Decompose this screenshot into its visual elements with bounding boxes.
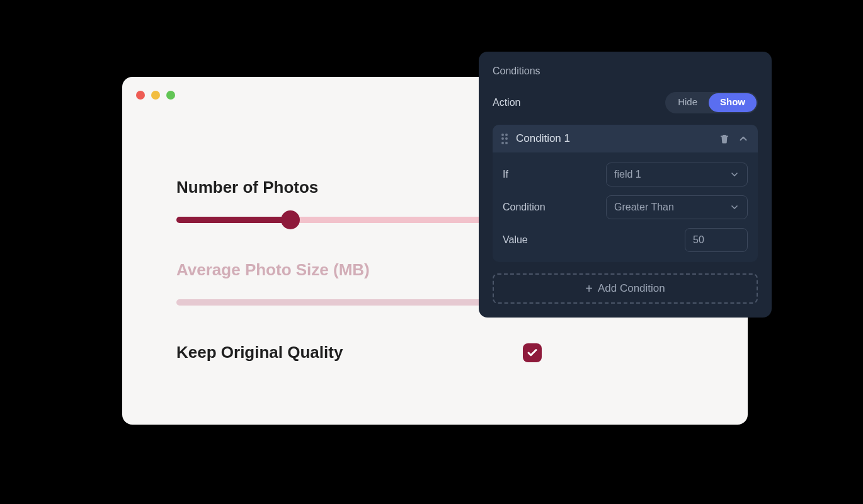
conditions-panel: Conditions Action Hide Show Condition 1 … [479,52,772,318]
if-select[interactable]: field 1 [606,163,748,186]
chevron-up-icon [738,133,749,144]
add-condition-label: Add Condition [598,282,665,295]
condition-header[interactable]: Condition 1 [493,125,758,152]
condition-select[interactable]: Greater Than [606,195,748,219]
plus-icon: + [585,282,593,296]
toggle-hide[interactable]: Hide [666,93,709,112]
toggle-show[interactable]: Show [709,93,757,112]
value-row: Value 50 [503,228,748,252]
condition-label: Condition [503,202,546,213]
if-row: If field 1 [503,163,748,186]
value-label: Value [503,234,528,246]
condition-value: Greater Than [614,202,674,213]
close-window-button[interactable] [136,91,145,100]
condition-title: Condition 1 [516,132,711,145]
action-toggle: Hide Show [665,92,758,113]
if-label: If [503,169,508,180]
drag-handle-icon[interactable] [501,134,508,144]
chevron-down-icon [729,169,740,180]
trash-icon [719,133,730,144]
quality-checkbox[interactable] [523,343,542,362]
maximize-window-button[interactable] [166,91,175,100]
slider-fill [176,217,290,223]
action-row: Action Hide Show [493,92,758,113]
condition-block: Condition 1 If field 1 Condition Greater… [493,125,758,262]
collapse-condition-button[interactable] [738,133,749,144]
delete-condition-button[interactable] [719,133,730,144]
quality-row: Keep Original Quality [176,343,542,362]
if-value: field 1 [614,169,641,180]
condition-row: Condition Greater Than [503,195,748,219]
check-icon [527,347,538,358]
slider-thumb[interactable] [281,210,300,229]
quality-label: Keep Original Quality [176,343,343,362]
minimize-window-button[interactable] [151,91,160,100]
chevron-down-icon [729,202,740,212]
condition-body: If field 1 Condition Greater Than Value … [493,152,758,262]
traffic-lights [136,91,175,100]
value-input[interactable]: 50 [685,228,748,252]
panel-title: Conditions [493,66,758,77]
action-label: Action [493,97,520,108]
value-text: 50 [693,234,704,246]
add-condition-button[interactable]: + Add Condition [493,273,758,304]
